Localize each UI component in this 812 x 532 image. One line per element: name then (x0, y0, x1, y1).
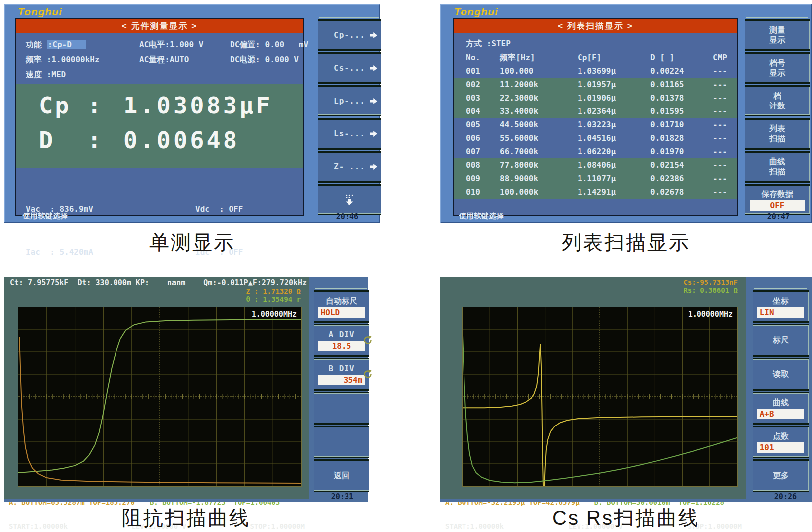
cell-freq: 100.000k (500, 185, 578, 199)
col-freq: 频率[Hz] (500, 51, 578, 64)
softkey-blank-1[interactable] (314, 393, 369, 423)
softkey-label: 测量 显示 (769, 25, 785, 45)
sweep-plot: 1.00000MHz (462, 307, 738, 487)
softkey-measure-display[interactable]: 测量 显示 (745, 21, 810, 49)
arrow-right-icon (370, 163, 378, 170)
softkey-cp[interactable]: Cp-... (318, 21, 381, 49)
clock: 20:26 (774, 492, 797, 501)
softkey-auto-scale[interactable]: 自动标尺HOLD (314, 292, 369, 321)
softkey-more[interactable] (318, 186, 381, 214)
marker-readout: Ct: 7.95775kF Dt: 330.000m KP: nanm Qm:-… (10, 278, 304, 287)
cell-no: 005 (466, 118, 500, 131)
softkey-column: 测量 显示档号 显示档 计数列表 扫描曲线 扫描保存数据OFF (745, 21, 810, 214)
measure-screen: < 元件测量显示 > 功能 :Cp-D AC电平:1.000 V DC偏置: 0… (15, 18, 304, 216)
softkey-read[interactable]: 读取 (753, 359, 809, 389)
cell-no: 006 (466, 131, 500, 145)
cell-freq: 33.4000k (500, 105, 578, 118)
clock: 20:46 (336, 213, 358, 221)
softkey-cs[interactable]: Cs-... (318, 54, 381, 82)
primary-readout: Cp :1.03083μF D :0.00648 (16, 84, 303, 168)
status-hint: 使用软键选择 (459, 212, 504, 221)
softkey-ls[interactable]: Ls-... (318, 120, 381, 148)
sweep-status-bottom: A: BOTTOM=-32.2195μ TOP=42.6579μ B: BOTT… (445, 482, 742, 498)
softkey-bin-count[interactable]: 档 计数 (745, 87, 810, 115)
softkey-points[interactable]: 点数101 (753, 427, 809, 457)
softkey-label: 曲线 (773, 398, 789, 408)
softkey-save-data[interactable]: 保存数据OFF (745, 186, 810, 214)
softkey-a-div[interactable]: A DIV18.5 (314, 325, 369, 355)
cell-cp: 1.08406μ (578, 158, 650, 172)
cell-cmp: --- (713, 78, 737, 91)
softkey-label: 列表 扫描 (769, 124, 785, 144)
panel-impedance-sweep: Ct: 7.95775kF Dt: 330.000m KP: nanm Qm:-… (4, 277, 368, 502)
softkey-label: 坐标 (773, 296, 789, 306)
cell-freq: 88.9000k (500, 172, 578, 185)
table-row: 00544.5000k1.03223μ0.01710--- (454, 118, 737, 131)
softkey-scale[interactable]: 标尺 (753, 325, 809, 355)
softkey-value: LIN (757, 307, 805, 318)
sweep-status-top: Ct: 7.95775kF Dt: 330.000m KP: nanm Qm:-… (10, 278, 304, 306)
softkey-bin-display[interactable]: 档号 显示 (745, 54, 810, 82)
softkey-label: 档号 显示 (769, 58, 785, 78)
more-down-icon (344, 194, 355, 205)
sweep-plot-svg (18, 307, 301, 486)
cell-cp: 1.01906μ (578, 91, 650, 105)
softkey-value: HOLD (318, 307, 365, 318)
softkey-list-sweep[interactable]: 列表 扫描 (745, 120, 810, 148)
clock: 20:47 (767, 213, 790, 221)
softkey-label: 保存数据 (761, 189, 793, 199)
softkey-label: 档 计数 (769, 91, 785, 111)
softkey-label: 返回 (334, 471, 349, 481)
softkey-more[interactable]: 更多 (753, 461, 809, 491)
table-header: No. 频率[Hz] Cp[F] D [ ] CMP (454, 51, 737, 64)
col-no: No. (466, 51, 500, 64)
field-ac-level: AC电平:1.000 V (139, 37, 230, 52)
caption-impedance-sweep: 阻抗扫描曲线 (4, 504, 368, 532)
cell-no: 004 (466, 105, 500, 118)
softkey-curve-sweep[interactable]: 曲线 扫描 (745, 153, 810, 181)
softkey-label: 更多 (773, 471, 789, 481)
field-frequency: 频率 :1.00000kHz (26, 52, 139, 67)
marker-values: Ct: 7.95775kF Dt: 330.000m KP: nanm Qm:-… (10, 278, 248, 287)
sweep-mode: 方式 :STEP (454, 33, 737, 51)
softkey-blank-2[interactable] (314, 427, 369, 457)
cell-cp: 1.06220μ (578, 145, 650, 158)
softkey-label: Lp-... (334, 96, 365, 106)
readout-cp: Cp :1.03083μF (16, 88, 303, 123)
cell-cp: 1.04516μ (578, 131, 650, 145)
softkey-b-div[interactable]: B DIV354m (314, 359, 369, 389)
softkey-curve[interactable]: 曲线A+B (753, 393, 809, 423)
trace-b-readout: θ : 1.35494 r (10, 295, 304, 303)
softkey-column: 自动标尺HOLDA DIV18.5B DIV354m返回 (314, 292, 369, 491)
cell-d: 0.01165 (650, 78, 713, 91)
caption-single-measure: 单测显示 (4, 229, 380, 256)
softkey-value: 18.5 (318, 341, 365, 351)
table-row: 00877.8000k1.08406μ0.02154--- (454, 158, 737, 172)
cell-no: 010 (466, 185, 500, 199)
softkey-label: 标尺 (773, 335, 789, 345)
panel-list-sweep: Tonghui < 列表扫描显示 > 方式 :STEP No. 频率[Hz] C… (440, 4, 812, 223)
cell-freq: 22.3000k (500, 91, 578, 105)
table-row: 00322.3000k1.01906μ0.01378--- (454, 91, 737, 105)
col-d: D [ ] (650, 51, 713, 64)
softkey-return[interactable]: 返回 (314, 461, 369, 491)
cell-freq: 77.8000k (500, 158, 578, 172)
cell-d: 0.01970 (650, 145, 713, 158)
cell-no: 008 (466, 158, 500, 172)
softkey-value: 354m (318, 375, 365, 385)
cell-no: 003 (466, 91, 500, 105)
marker-frequency: ▲F:279.720kHz (248, 278, 307, 287)
cell-cmp: --- (713, 185, 737, 199)
softkey-column: 坐标LIN标尺读取曲线A+B点数101更多 (753, 292, 809, 491)
softkey-z[interactable]: Z- ... (318, 153, 381, 181)
cell-cp: 1.01957μ (578, 78, 650, 91)
cell-no: 007 (466, 145, 500, 158)
softkey-coordinate[interactable]: 坐标LIN (753, 292, 809, 321)
brand-logo: Tonghui (18, 6, 62, 18)
marker-freq-label: 1.00000MHz (252, 310, 297, 319)
cell-d: 0.00224 (650, 64, 713, 78)
softkey-lp[interactable]: Lp-... (318, 87, 381, 115)
cell-d: 0.01710 (650, 118, 713, 131)
softkey-label: 曲线 扫描 (769, 157, 785, 177)
softkey-label: Cs-... (334, 63, 365, 73)
